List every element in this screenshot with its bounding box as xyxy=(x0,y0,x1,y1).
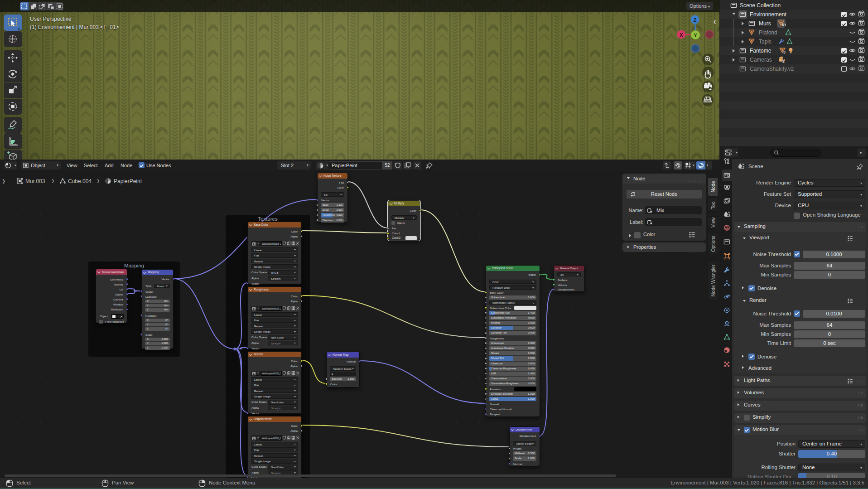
svg-text:X: X xyxy=(680,32,683,38)
svg-text:Y: Y xyxy=(694,33,697,38)
svg-text:Z: Z xyxy=(694,17,697,23)
